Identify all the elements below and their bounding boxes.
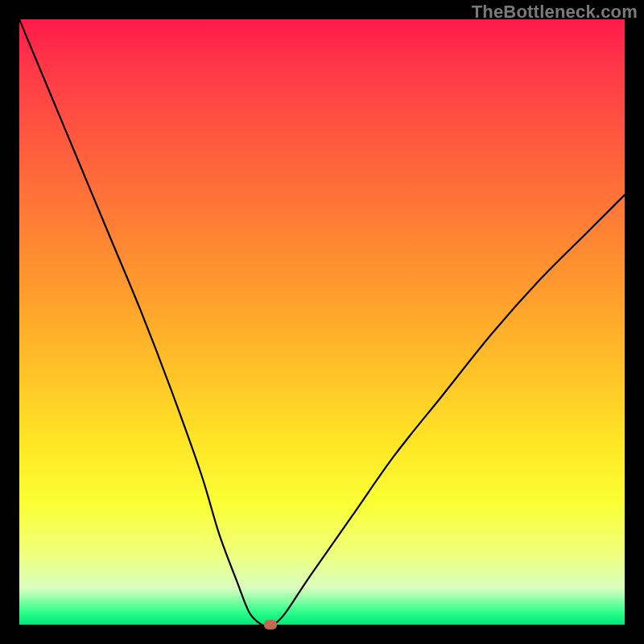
- minimum-marker: [264, 620, 277, 630]
- chart-frame: TheBottleneck.com: [0, 0, 644, 644]
- plot-area: [19, 19, 625, 625]
- bottleneck-curve: [19, 19, 625, 625]
- curve-layer: [19, 19, 625, 625]
